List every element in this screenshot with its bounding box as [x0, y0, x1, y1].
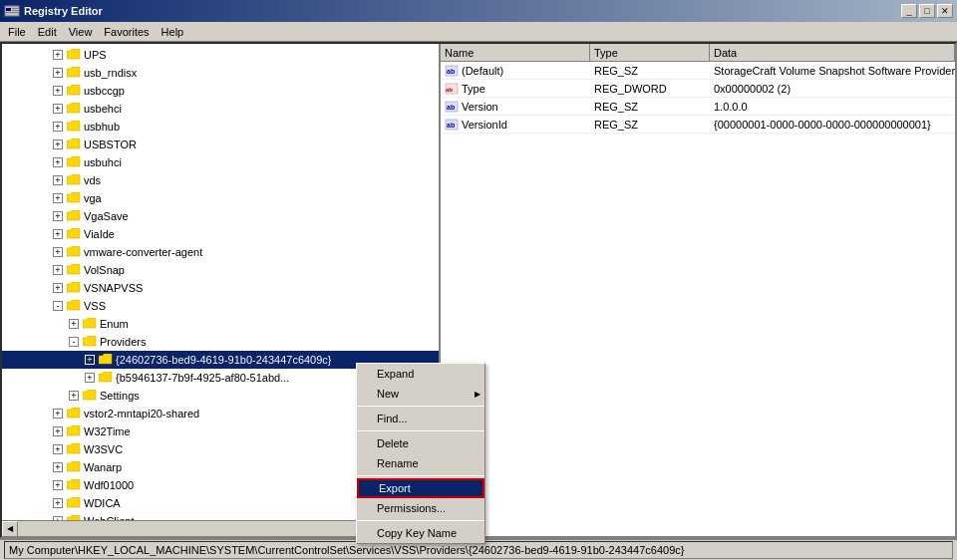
minimize-button[interactable]: _	[901, 4, 917, 18]
svg-rect-2	[12, 8, 18, 9]
ctx-sep4	[357, 520, 484, 521]
tree-item-usbstor[interactable]: + USBSTOR	[2, 136, 439, 153]
tree-label-usb-rndisx: usb_rndisx	[84, 67, 137, 79]
tree-label-usbuhci: usbuhci	[84, 156, 122, 168]
svg-text:ab: ab	[447, 68, 455, 75]
cell-data-versionid: {00000001-0000-0000-0000-000000000001}	[710, 118, 955, 132]
folder-wdf01000-icon	[66, 477, 82, 493]
folder-settings-icon	[82, 388, 98, 404]
folder-wdica-icon	[66, 495, 82, 511]
cell-name-versionid: ab VersionId	[441, 117, 590, 133]
folder-volsnap-icon	[66, 262, 82, 278]
ctx-sep1	[357, 406, 484, 407]
tree-label-w3svc: W3SVC	[84, 443, 123, 455]
ctx-delete[interactable]: Delete	[357, 433, 484, 453]
tree-item-vga[interactable]: + vga	[2, 189, 439, 207]
menu-edit[interactable]: Edit	[32, 24, 63, 40]
tree-item-vgasave[interactable]: + VgaSave	[2, 207, 439, 225]
expand-usbccgp: +	[50, 83, 66, 99]
tree-label-viaIde: ViaIde	[84, 228, 115, 240]
svg-rect-1	[6, 8, 11, 11]
tree-item-vds[interactable]: + vds	[2, 171, 439, 189]
tree-item-vsnapvss[interactable]: + VSNAPVSS	[2, 279, 439, 297]
expand-vgasave: +	[50, 208, 66, 224]
expand-ups: +	[50, 47, 66, 63]
tree-item-usbehci[interactable]: + usbehci	[2, 100, 439, 118]
folder-vga-icon	[66, 190, 82, 206]
list-row-type[interactable]: ab Type REG_DWORD 0x00000002 (2)	[441, 80, 955, 98]
col-header-type[interactable]: Type	[590, 44, 710, 61]
menu-favorites[interactable]: Favorites	[98, 24, 155, 40]
tree-label-usbhub: usbhub	[84, 121, 120, 133]
folder-usbhub-icon	[66, 119, 82, 135]
tree-label-wdica: WDICA	[84, 497, 121, 509]
list-header: Name Type Data	[441, 44, 955, 62]
tree-label-vstor2: vstor2-mntapi20-shared	[84, 408, 199, 420]
folder-usbstor-icon	[66, 137, 82, 152]
ctx-permissions[interactable]: Permissions...	[357, 498, 484, 518]
expand-enum: +	[66, 316, 82, 332]
tree-item-usbccgp[interactable]: + usbccgp	[2, 82, 439, 100]
expand-usbstor: +	[50, 137, 66, 152]
ctx-sep2	[357, 430, 484, 431]
tree-item-providers[interactable]: - Providers	[2, 333, 439, 351]
ctx-copy-key-name[interactable]: Copy Key Name	[357, 523, 484, 543]
cell-type-versionid: REG_SZ	[590, 118, 710, 132]
maximize-button[interactable]: □	[919, 4, 935, 18]
tree-item-viaIde[interactable]: + ViaIde	[2, 225, 439, 243]
expand-vds: +	[50, 172, 66, 188]
ctx-expand[interactable]: Expand	[357, 364, 484, 384]
expand-usbhub: +	[50, 119, 66, 135]
cell-name-type: ab Type	[441, 81, 590, 97]
tree-item-vmware[interactable]: + vmware-converter-agent	[2, 243, 439, 261]
expand-vga: +	[50, 190, 66, 206]
close-button[interactable]: ✕	[937, 4, 953, 18]
tree-label-usbccgp: usbccgp	[84, 85, 125, 97]
ctx-export[interactable]: Export	[357, 478, 484, 498]
folder-vgasave-icon	[66, 208, 82, 224]
svg-text:ab: ab	[447, 122, 455, 129]
cell-name-default: ab (Default)	[441, 63, 590, 79]
col-header-name[interactable]: Name	[441, 44, 590, 61]
cell-type-type: REG_DWORD	[590, 82, 710, 96]
menu-help[interactable]: Help	[156, 24, 190, 40]
tree-item-volsnap[interactable]: + VolSnap	[2, 261, 439, 279]
tree-label-enum: Enum	[100, 318, 129, 330]
cell-name-version: ab Version	[441, 99, 590, 115]
tree-item-usb-rndisx[interactable]: + usb_rndisx	[2, 64, 439, 82]
list-row-default[interactable]: ab (Default) REG_SZ StorageCraft Volume …	[441, 62, 955, 80]
menu-file[interactable]: File	[2, 24, 32, 40]
expand-settings: +	[66, 388, 82, 404]
folder-w3svc-icon	[66, 441, 82, 457]
list-row-version[interactable]: ab Version REG_SZ 1.0.0.0	[441, 98, 955, 116]
col-header-data[interactable]: Data	[710, 44, 955, 61]
tree-label-usbstor: USBSTOR	[84, 139, 137, 150]
ctx-rename[interactable]: Rename	[357, 453, 484, 473]
tree-label-guid1: {24602736-bed9-4619-91b0-243447c6409c}	[116, 354, 332, 366]
expand-vstor2: +	[50, 406, 66, 421]
list-row-versionid[interactable]: ab VersionId REG_SZ {00000001-0000-0000-…	[441, 116, 955, 134]
tree-item-enum[interactable]: + Enum	[2, 315, 439, 333]
expand-wanarp: +	[50, 459, 66, 475]
scroll-left-btn[interactable]: ◀	[2, 521, 18, 537]
folder-usb-rndisx-icon	[66, 65, 82, 81]
tree-label-volsnap: VolSnap	[84, 264, 125, 276]
ctx-sep3	[357, 475, 484, 476]
cell-data-type: 0x00000002 (2)	[710, 82, 955, 96]
expand-guid1: +	[82, 352, 98, 368]
folder-vss-icon	[66, 298, 82, 314]
tree-item-usbhub[interactable]: + usbhub	[2, 118, 439, 136]
folder-guid1-icon	[98, 352, 114, 368]
ctx-find[interactable]: Find...	[357, 409, 484, 428]
ctx-new[interactable]: New	[357, 384, 484, 404]
tree-item-usbuhci[interactable]: + usbuhci	[2, 153, 439, 171]
folder-providers-icon	[82, 334, 98, 350]
menu-view[interactable]: View	[63, 24, 99, 40]
svg-text:ab: ab	[447, 104, 455, 111]
tree-item-ups[interactable]: + UPS	[2, 46, 439, 64]
title-bar: Registry Editor _ □ ✕	[0, 0, 957, 22]
tree-item-vss[interactable]: - VSS	[2, 297, 439, 315]
right-panel: Name Type Data ab (Default) REG_SZ Stora…	[441, 44, 955, 536]
tree-label-settings: Settings	[100, 390, 140, 402]
window: Registry Editor _ □ ✕ File Edit View Fav…	[0, 0, 957, 560]
